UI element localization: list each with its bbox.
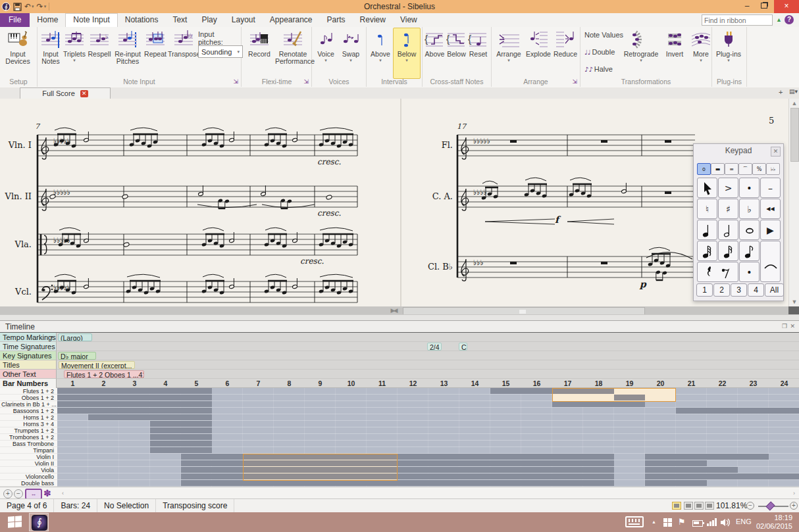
ribbon-button-reduce[interactable]: Reduce <box>552 28 579 77</box>
ribbon-button-arrange[interactable]: Arrange▾ <box>493 28 525 77</box>
ribbon-button-voice[interactable]: Voice▾ <box>313 28 338 77</box>
timeline-activity-block[interactable] <box>645 454 769 460</box>
tab-file[interactable]: File <box>0 13 30 27</box>
keypad-button-natural[interactable]: ♮ <box>697 199 717 219</box>
vertical-scroll-thumb[interactable] <box>790 108 799 162</box>
keypad-layout-tab-3[interactable]: ≡ <box>725 163 738 175</box>
timeline-activity-block[interactable] <box>552 401 645 407</box>
keypad-button-rewind[interactable]: ◀◀ <box>760 199 781 219</box>
status-bars-24[interactable]: Bars: 24 <box>54 499 97 512</box>
keypad-button-4[interactable]: 4 <box>748 283 764 297</box>
keypad-button-all[interactable]: All <box>765 283 784 297</box>
timeline-instrument-flutes-1-2[interactable]: Flutes 1 + 2 <box>1 388 54 395</box>
keypad-layout-tab-2[interactable]: ▬ <box>711 163 725 175</box>
view-mode-icon-3[interactable] <box>694 502 704 510</box>
timeline-chip[interactable]: 2/4 <box>427 343 442 351</box>
dialog-launcher-icon[interactable]: ⇲ <box>233 78 238 85</box>
timeline-instrument-clarinets-in-bb-1-[interactable]: Clarinets in Bb 1 + ... <box>1 401 54 408</box>
volume-icon[interactable] <box>720 518 730 529</box>
chevron-down-icon[interactable]: ▼ <box>49 333 54 342</box>
timeline-instrument-bass-trombone[interactable]: Bass Trombone <box>1 441 54 447</box>
keypad-layout-tab-5[interactable]: % <box>752 163 766 175</box>
ribbon-button-above[interactable]: {Above <box>424 28 446 77</box>
help-icon[interactable]: ? <box>785 15 794 24</box>
keypad-button-rest[interactable] <box>697 262 738 282</box>
timeline-row-track-other-text[interactable]: Flutes 1 + 2 Oboes 1 ...41... <box>57 370 799 379</box>
keypad-button-sixteenth-note[interactable] <box>718 241 738 261</box>
timeline-activity-block[interactable] <box>150 441 212 447</box>
status-no-selection[interactable]: No Selection <box>97 499 156 512</box>
scroll-up-icon[interactable]: ▲ <box>789 100 799 107</box>
timeline-scroll-right-icon[interactable]: › <box>793 490 795 496</box>
keypad-button-pointer[interactable] <box>697 178 717 198</box>
zoom-slider-thumb[interactable] <box>765 501 775 510</box>
timeline-instrument-violoncello[interactable]: Violoncello <box>1 473 54 480</box>
close-button[interactable]: × <box>774 0 799 13</box>
input-pitches-select[interactable]: Sounding▾ <box>198 45 243 58</box>
timeline-activity-block[interactable] <box>150 427 212 433</box>
view-mode-icon-2[interactable] <box>684 502 693 510</box>
keypad-button-eighth-note[interactable] <box>739 241 760 261</box>
tab-notations[interactable]: Notations <box>118 13 166 27</box>
ribbon-button-re-input-pitches[interactable]: Re-input Pitches <box>113 28 143 77</box>
keypad-layout-tab-1[interactable]: o <box>697 163 711 175</box>
timeline-chip[interactable]: Movement II (excerpt... <box>59 361 135 369</box>
timeline-activity-block[interactable] <box>645 467 738 473</box>
timeline-chip[interactable]: Flutes 1 + 2 Oboes 1 ...41... <box>64 370 144 378</box>
keypad-button-quarter-note[interactable] <box>697 220 717 240</box>
keypad-close-icon[interactable]: ✕ <box>771 147 781 157</box>
ribbon-button-explode[interactable]: Explode <box>525 28 552 77</box>
timeline-activity-block[interactable] <box>490 388 552 394</box>
view-mode-icon-1[interactable] <box>672 502 681 510</box>
timeline-close-icon[interactable]: ✕ <box>790 323 795 329</box>
tab-view[interactable]: View <box>393 13 425 27</box>
keypad-layout-tab-6[interactable]: ♭♭ <box>766 163 780 175</box>
timeline-activity-block[interactable] <box>676 408 799 414</box>
timeline-activity-block[interactable] <box>57 395 212 400</box>
ribbon-button-more[interactable]: More▾ <box>688 28 713 77</box>
tab-full-score[interactable]: Full Score ✕ <box>20 87 111 99</box>
keypad-button-whole-note[interactable] <box>739 220 760 240</box>
status-transposing-score[interactable]: Transposing score <box>156 499 234 512</box>
keypad-button-half-note[interactable] <box>718 220 738 240</box>
tab-parts[interactable]: Parts <box>320 13 353 27</box>
timeline-row-track-tempo-markings[interactable]: (Largo) <box>57 333 799 342</box>
network-signal-icon[interactable] <box>707 518 716 526</box>
keypad-button-sharp[interactable]: ♯ <box>718 199 738 219</box>
tab-close-icon[interactable]: ✕ <box>80 90 88 97</box>
keypad-button-advance[interactable]: ▶ <box>760 220 781 240</box>
find-in-ribbon-input[interactable] <box>702 14 773 26</box>
keypad-button-rhythm-dot[interactable]: • <box>739 262 760 282</box>
timeline-activity-block[interactable] <box>88 414 212 420</box>
timeline-activity-block[interactable] <box>150 447 212 453</box>
tab-note-input[interactable]: Note Input <box>65 13 117 27</box>
touch-keyboard-icon[interactable] <box>625 516 644 527</box>
status-page-4-of-6[interactable]: Page 4 of 6 <box>0 499 54 512</box>
ribbon-button-plug-ins[interactable]: Plug-ins▾ <box>713 28 744 77</box>
battery-icon[interactable] <box>692 520 703 527</box>
ribbon-button-renotate-performance[interactable]: Renotate Performance <box>275 28 311 77</box>
timeline-instrument-horns-1-2[interactable]: Horns 1 + 2 <box>1 414 54 421</box>
timeline-chip[interactable]: C <box>459 343 467 351</box>
timeline-instrument-violin-i[interactable]: Violin I <box>1 454 54 460</box>
timeline-activity-block[interactable] <box>150 421 212 427</box>
timeline-settings-icon[interactable]: ✽ <box>43 488 51 498</box>
timeline-instrument-trombones-1-2[interactable]: Trombones 1 + 2 <box>1 434 54 441</box>
timeline-scroll-left-icon[interactable]: ‹ <box>62 490 64 496</box>
timeline-activity-block[interactable] <box>150 434 212 440</box>
score-canvas[interactable]: ♭♭♭♭♭♭♭♭♭♭♭♭♭♭♭♭♭♭♭♭♭♭♭♭♭♭♭♭♭♭♭♭Vln. IVl… <box>0 99 799 306</box>
scroll-down-icon[interactable]: ▼ <box>789 299 799 305</box>
ribbon-button-below[interactable]: Below▾ <box>393 28 421 79</box>
ribbon-button-transpose[interactable]: ♭♭Transpose <box>168 28 199 77</box>
keypad-button-accent[interactable]: > <box>718 178 738 198</box>
horizontal-scrollbar[interactable]: ◀ ▶ <box>0 306 788 314</box>
collapse-ribbon-icon[interactable]: ▲ <box>776 16 782 23</box>
bar-numbers-ruler[interactable]: 123456789101112131415161718192021222324 <box>57 379 799 388</box>
view-mode-icon-4[interactable] <box>705 502 714 510</box>
ribbon-button-record[interactable]: Record <box>244 28 275 77</box>
timeline-instrument-trumpets-1-2[interactable]: Trumpets 1 + 2 <box>1 427 54 434</box>
timeline-instrument-violin-ii[interactable]: Violin II <box>1 460 54 467</box>
keypad-button-2[interactable]: 2 <box>713 283 730 297</box>
timeline-activity-block[interactable] <box>57 408 212 414</box>
timeline-activity-block[interactable] <box>181 480 614 486</box>
